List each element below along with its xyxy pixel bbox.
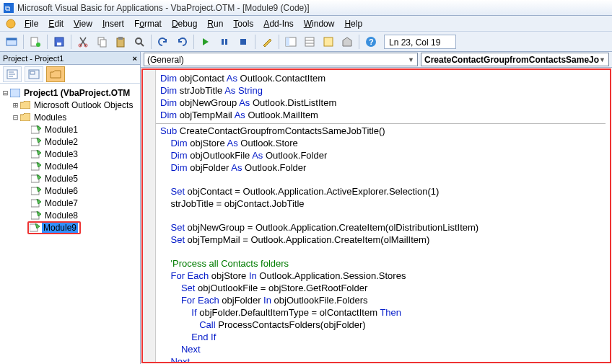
tree-expand-icon[interactable]: ⊞ — [12, 100, 19, 110]
break-button[interactable] — [216, 34, 233, 50]
tree-module[interactable]: Module6 — [43, 186, 79, 196]
menu-help[interactable]: Help — [340, 17, 367, 30]
app-icon: ⧉ — [3, 2, 14, 14]
run-button[interactable] — [197, 34, 214, 50]
insert-button[interactable] — [27, 34, 44, 50]
svg-rect-19 — [240, 39, 246, 45]
svg-text:?: ? — [369, 37, 374, 46]
toolbar-sep — [359, 35, 359, 49]
svg-rect-33 — [30, 71, 35, 74]
undo-button[interactable] — [154, 34, 172, 50]
tree-collapse-icon[interactable]: ⊟ — [1, 88, 9, 98]
menu-file[interactable]: File — [20, 17, 43, 30]
code-panel: (General)▼ CreateContactGroupfromContact… — [141, 52, 612, 364]
procedure-combo[interactable]: CreateContactGroupfromContactsSameJo▼ — [421, 53, 609, 66]
copy-button[interactable] — [93, 34, 110, 50]
view-outlook-button[interactable] — [3, 34, 20, 50]
svg-text:⧉: ⧉ — [5, 4, 10, 12]
project-explorer-button[interactable] — [282, 34, 300, 50]
svg-rect-34 — [10, 89, 20, 97]
tree-module[interactable]: Module7 — [43, 198, 79, 208]
tree-module[interactable]: Module3 — [43, 149, 79, 159]
toolbar-sep — [193, 35, 194, 49]
tree-collapse-icon[interactable]: ⊟ — [12, 112, 19, 123]
tree-module[interactable]: Module4 — [43, 161, 79, 172]
design-mode-button[interactable] — [258, 34, 276, 50]
module-icon — [30, 125, 42, 135]
svg-rect-25 — [324, 37, 333, 46]
paste-button[interactable] — [112, 34, 129, 50]
cut-button[interactable] — [74, 34, 92, 50]
svg-rect-21 — [286, 37, 289, 46]
project-explorer: Project - Project1 × ⊟Project1 (VbaProje… — [0, 52, 141, 364]
module-icon — [30, 149, 42, 159]
module-icon — [30, 210, 42, 221]
svg-rect-22 — [305, 37, 314, 46]
svg-rect-4 — [6, 38, 17, 40]
module-icon — [29, 223, 40, 233]
view-object-button[interactable] — [25, 66, 43, 82]
project-tree[interactable]: ⊟Project1 (VbaProject.OTM ⊞Microsoft Out… — [0, 84, 140, 364]
menu-format[interactable]: Format — [130, 17, 166, 30]
svg-rect-18 — [225, 39, 227, 45]
menubar: File Edit View Insert Format Debug Run T… — [0, 16, 612, 32]
menu-run[interactable]: Run — [203, 17, 227, 30]
toolbar-sep — [279, 35, 279, 49]
menu-addins[interactable]: Add-Ins — [259, 17, 297, 30]
project-explorer-header: Project - Project1 × — [0, 52, 140, 65]
menu-debug[interactable]: Debug — [167, 17, 201, 30]
properties-button[interactable] — [301, 34, 318, 50]
combo-row: (General)▼ CreateContactGroupfromContact… — [141, 52, 612, 68]
reset-button[interactable] — [235, 34, 252, 50]
main-area: Project - Project1 × ⊟Project1 (VbaProje… — [0, 52, 612, 364]
tree-module[interactable]: Module1 — [43, 125, 79, 135]
toolbar-sep — [23, 35, 24, 49]
project-icon — [9, 88, 21, 98]
menu-insert[interactable]: Insert — [98, 17, 128, 30]
toolbar-sep — [255, 35, 255, 49]
module-icon — [30, 174, 42, 184]
tree-module-selected[interactable]: Module9 — [27, 221, 81, 234]
module-icon — [30, 137, 42, 147]
project-explorer-title: Project - Project1 — [3, 54, 64, 63]
outlook-icon — [3, 18, 19, 30]
tree-folder[interactable]: Modules — [32, 112, 68, 123]
folder-icon — [19, 112, 31, 123]
code-text[interactable]: Dim objContact As Outlook.ContactItem Di… — [156, 70, 610, 362]
toolbar-sep — [151, 35, 152, 49]
view-code-button[interactable] — [3, 66, 22, 82]
svg-rect-8 — [57, 43, 61, 45]
toolbar: ? Ln 23, Col 19 — [0, 32, 612, 52]
save-button[interactable] — [51, 34, 68, 50]
toolbox-button[interactable] — [338, 34, 356, 50]
chevron-down-icon: ▼ — [599, 56, 606, 63]
tree-folder[interactable]: Microsoft Outlook Objects — [32, 100, 134, 110]
svg-rect-14 — [118, 37, 123, 40]
toolbar-sep — [47, 35, 48, 49]
object-combo[interactable]: (General)▼ — [144, 53, 418, 66]
module-icon — [30, 161, 42, 172]
close-icon[interactable]: × — [133, 54, 137, 63]
svg-point-6 — [36, 43, 40, 47]
svg-rect-17 — [222, 39, 224, 45]
toggle-folders-button[interactable] — [46, 66, 65, 82]
module-icon — [30, 198, 42, 208]
redo-button[interactable] — [173, 34, 191, 50]
svg-point-2 — [6, 19, 15, 28]
code-editor[interactable]: Dim objContact As Outlook.ContactItem Di… — [141, 68, 611, 363]
tree-module[interactable]: Module8 — [43, 210, 79, 221]
menu-tools[interactable]: Tools — [229, 17, 258, 30]
menu-window[interactable]: Window — [300, 17, 339, 30]
tree-module[interactable]: Module5 — [43, 174, 79, 184]
find-button[interactable] — [131, 34, 148, 50]
toolbar-sep — [71, 35, 71, 49]
tree-module[interactable]: Module2 — [43, 137, 79, 147]
tree-root[interactable]: Project1 (VbaProject.OTM — [22, 88, 131, 98]
module-icon — [30, 186, 42, 196]
help-button[interactable]: ? — [362, 34, 380, 50]
folder-icon — [19, 100, 31, 110]
menu-edit[interactable]: Edit — [44, 17, 68, 30]
menu-view[interactable]: View — [69, 17, 97, 30]
object-browser-button[interactable] — [320, 34, 337, 50]
svg-rect-12 — [100, 40, 106, 47]
